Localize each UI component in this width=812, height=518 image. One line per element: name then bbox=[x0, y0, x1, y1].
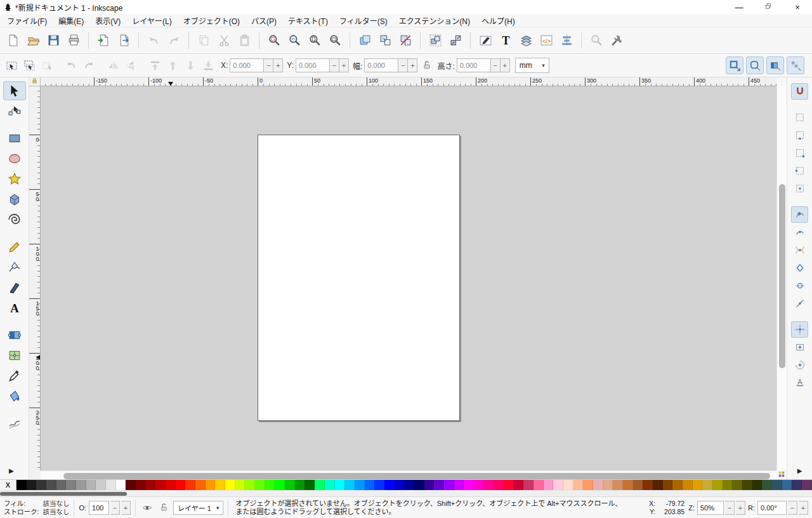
palette-swatch-64[interactable] bbox=[653, 480, 663, 490]
palette-swatch-73[interactable] bbox=[742, 480, 752, 490]
menu-object[interactable]: オブジェクト(O) bbox=[178, 14, 246, 27]
palette-swatch-50[interactable] bbox=[514, 480, 524, 490]
vertical-scrollbar-thumb[interactable] bbox=[779, 184, 785, 368]
palette-scrollbar-thumb[interactable] bbox=[0, 492, 127, 496]
create-clone-button[interactable] bbox=[375, 30, 395, 51]
palette-swatch-51[interactable] bbox=[523, 480, 534, 490]
export-button[interactable] bbox=[114, 30, 134, 51]
snap-bounding-box-toggle[interactable] bbox=[791, 109, 808, 126]
palette-swatch-12[interactable] bbox=[136, 480, 146, 490]
lock-dimensions-toggle[interactable] bbox=[421, 58, 433, 72]
palette-swatch-71[interactable] bbox=[723, 480, 733, 490]
palette-swatch-76[interactable] bbox=[772, 480, 782, 490]
toolbox-expand-button[interactable]: ▶ bbox=[9, 467, 14, 474]
bezier-tool[interactable] bbox=[3, 258, 26, 277]
snap-bbox-corners-toggle[interactable] bbox=[791, 145, 808, 161]
palette-swatch-15[interactable] bbox=[166, 480, 176, 490]
fill-stroke-indicator[interactable]: フィル: 該当なし ストローク: 該当なし bbox=[4, 500, 69, 516]
palette-swatch-39[interactable] bbox=[404, 480, 414, 490]
palette-swatch-0[interactable] bbox=[16, 480, 27, 490]
spiral-tool[interactable] bbox=[3, 210, 26, 229]
palette-swatch-49[interactable] bbox=[504, 480, 514, 490]
menu-text[interactable]: テキスト(T) bbox=[282, 14, 334, 27]
snap-nodes-paths-toggle[interactable] bbox=[791, 206, 808, 223]
snap-rotation-centers-toggle[interactable] bbox=[791, 357, 808, 373]
palette-swatch-70[interactable] bbox=[712, 480, 723, 490]
palette-swatch-9[interactable] bbox=[106, 480, 116, 490]
palette-swatch-3[interactable] bbox=[46, 480, 56, 490]
text-dialog-button[interactable]: T bbox=[495, 30, 516, 51]
text-tool[interactable]: A bbox=[3, 298, 26, 317]
palette-swatch-59[interactable] bbox=[603, 480, 613, 490]
move-patterns-toggle[interactable] bbox=[787, 56, 804, 74]
palette-swatch-35[interactable] bbox=[365, 480, 375, 490]
preferences-button[interactable] bbox=[606, 30, 627, 51]
palette-swatch-38[interactable] bbox=[395, 480, 405, 490]
close-button[interactable]: × bbox=[783, 0, 812, 14]
palette-swatch-56[interactable] bbox=[573, 480, 584, 490]
layer-lock-toggle[interactable] bbox=[157, 501, 171, 515]
palette-swatch-5[interactable] bbox=[66, 480, 76, 490]
canvas[interactable] bbox=[41, 86, 776, 470]
fill-stroke-dialog-button[interactable] bbox=[475, 30, 495, 51]
layers-dialog-button[interactable] bbox=[516, 30, 536, 51]
palette-swatch-14[interactable] bbox=[155, 480, 166, 490]
node-tool[interactable] bbox=[3, 102, 26, 121]
zoom-to-page-button[interactable] bbox=[304, 30, 325, 51]
scale-stroke-toggle[interactable] bbox=[726, 56, 743, 74]
palette-swatch-21[interactable] bbox=[225, 480, 235, 490]
palette-swatch-4[interactable] bbox=[56, 480, 67, 490]
layer-visibility-toggle[interactable] bbox=[140, 501, 154, 515]
palette-swatch-42[interactable] bbox=[434, 480, 444, 490]
rectangle-tool[interactable] bbox=[3, 129, 26, 148]
gradient-tool[interactable] bbox=[3, 326, 26, 345]
palette-swatch-24[interactable] bbox=[255, 480, 265, 490]
palette-swatch-46[interactable] bbox=[474, 480, 484, 490]
palette-swatch-53[interactable] bbox=[544, 480, 554, 490]
mesh-gradient-tool[interactable] bbox=[3, 346, 26, 365]
palette-swatch-75[interactable] bbox=[762, 480, 772, 490]
calligraphy-tool[interactable] bbox=[3, 278, 26, 297]
palette-swatch-72[interactable] bbox=[732, 480, 742, 490]
palette-swatch-77[interactable] bbox=[782, 480, 792, 490]
palette-swatch-78[interactable] bbox=[792, 480, 802, 490]
xml-editor-button[interactable]: </> bbox=[536, 30, 556, 51]
palette-swatch-17[interactable] bbox=[185, 480, 195, 490]
restore-button[interactable] bbox=[754, 0, 783, 14]
palette-swatch-68[interactable] bbox=[693, 480, 703, 490]
palette-swatch-28[interactable] bbox=[295, 480, 305, 490]
opacity-input[interactable] bbox=[89, 501, 109, 515]
move-gradients-toggle[interactable] bbox=[766, 56, 784, 74]
snap-smooth-nodes-toggle[interactable] bbox=[791, 277, 808, 294]
color-managed-display-toggle[interactable] bbox=[778, 470, 785, 480]
horizontal-ruler[interactable]: -150-100-50050100150200250300350400450 bbox=[41, 77, 776, 86]
box-3d-tool[interactable] bbox=[3, 190, 26, 209]
guide-lock-toggle[interactable] bbox=[31, 77, 38, 86]
palette-swatch-34[interactable] bbox=[355, 480, 365, 490]
selector-tool[interactable] bbox=[3, 81, 26, 100]
menu-filters[interactable]: フィルター(S) bbox=[334, 14, 393, 27]
palette-swatch-54[interactable] bbox=[553, 480, 563, 490]
palette-no-color[interactable]: X bbox=[0, 480, 16, 490]
palette-swatch-45[interactable] bbox=[464, 480, 474, 490]
zoom-to-drawing-button[interactable] bbox=[284, 30, 304, 51]
palette-swatch-19[interactable] bbox=[206, 480, 216, 490]
palette-swatch-67[interactable] bbox=[683, 480, 693, 490]
layer-selector[interactable]: レイヤー 1 ▾ bbox=[173, 501, 223, 515]
pencil-tool[interactable] bbox=[3, 237, 26, 256]
palette-swatch-23[interactable] bbox=[245, 480, 255, 490]
save-document-button[interactable] bbox=[43, 30, 63, 51]
zoom-out-button[interactable]: − bbox=[725, 501, 735, 515]
palette-swatch-57[interactable] bbox=[583, 480, 593, 490]
zoom-to-page-width-button[interactable] bbox=[325, 30, 345, 51]
palette-swatch-47[interactable] bbox=[484, 480, 494, 490]
ellipse-tool[interactable] bbox=[3, 149, 26, 168]
palette-swatch-60[interactable] bbox=[613, 480, 623, 490]
rotate-ccw-button[interactable]: − bbox=[788, 501, 797, 515]
palette-swatch-43[interactable] bbox=[444, 480, 454, 490]
zoom-input[interactable] bbox=[697, 501, 724, 515]
duplicate-button[interactable] bbox=[355, 30, 375, 51]
menu-file[interactable]: ファイル(F) bbox=[1, 14, 53, 27]
palette-swatch-31[interactable] bbox=[325, 480, 335, 490]
snapbar-expand-button[interactable]: ▶ bbox=[797, 467, 802, 474]
